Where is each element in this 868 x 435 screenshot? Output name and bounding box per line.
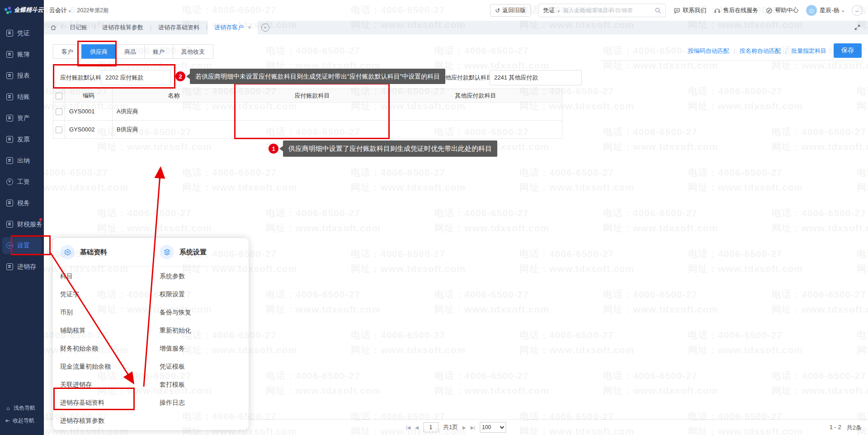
contact-us-link[interactable]: 联系我们 <box>674 6 706 14</box>
menu-item-备份与恢复[interactable]: 备份与恢复 <box>160 303 250 321</box>
sidebar-item-ledger[interactable]: 账簿 <box>0 44 44 65</box>
tab-3[interactable]: 进销存基础资料 <box>152 21 206 34</box>
callout-badge-1: 1 <box>269 144 278 154</box>
user-menu[interactable]: 星辰-杨 <box>806 5 844 16</box>
menu-item-权限设置[interactable]: 权限设置 <box>160 285 250 303</box>
tab-1[interactable]: 日记账 <box>63 21 94 34</box>
menu-item-增值服务[interactable]: 增值服务 <box>160 339 250 357</box>
other-account-cell[interactable] <box>389 103 562 121</box>
sidebar-item-label: 报表 <box>17 72 30 80</box>
menu-item-凭证模板[interactable]: 凭证模板 <box>160 357 250 375</box>
headset-icon <box>714 7 721 14</box>
tab-2[interactable]: 进销存核算参数 <box>96 21 150 34</box>
tab-4[interactable]: 进销存客户 <box>208 21 258 34</box>
menu-item-进销存基础资料[interactable]: 进销存基础资料 <box>60 393 151 412</box>
column-header: 其他应付款科目 <box>389 89 562 103</box>
ap-account-cell[interactable] <box>236 103 389 121</box>
record-range: 1 - 2 <box>830 424 841 432</box>
sidebar-item-label: 出纳 <box>17 157 30 165</box>
toolbar-link-3[interactable]: 批量指定科目 <box>791 47 826 54</box>
sidebar-item-cashier[interactable]: 出纳 <box>0 150 44 171</box>
voucher-icon <box>6 30 13 37</box>
menu-item-进销存核算参数[interactable]: 进销存核算参数 <box>60 412 151 430</box>
sidebar-item-label: 设置 <box>17 242 30 250</box>
sidebar-item-settings[interactable]: 设置 <box>0 235 44 256</box>
fullscreen-icon[interactable] <box>854 24 861 33</box>
menu-item-套打模板[interactable]: 套打模板 <box>160 375 250 393</box>
collapse-header-icon[interactable] <box>852 5 863 16</box>
prev-page-button[interactable] <box>415 425 419 430</box>
sidebar-item-closing[interactable]: 结账 <box>0 86 44 108</box>
menu-item-凭证字[interactable]: 凭证字 <box>60 285 151 303</box>
sidebar-item-inventory[interactable]: 进销存 <box>0 256 44 277</box>
search-category[interactable]: 凭证 <box>543 6 555 14</box>
subtab-账户[interactable]: 账户 <box>144 44 173 59</box>
menu-item-关联进销存[interactable]: 关联进销存 <box>60 375 151 393</box>
help-center-link[interactable]: 帮助中心 <box>766 6 798 14</box>
menu-item-list: 科目凭证字币别辅助核算财务初始余额现金流量初始余额关联进销存进销存基础资料进销存… <box>60 267 151 430</box>
search-icon[interactable] <box>655 7 661 14</box>
back-to-old-version-button[interactable]: 返回旧版 <box>490 4 531 17</box>
tab-separator <box>207 25 207 30</box>
row-checkbox[interactable] <box>56 108 62 115</box>
light-nav-toggle[interactable]: 浅色导航 <box>0 402 44 414</box>
table-row: GYS0002B供应商 <box>53 121 562 139</box>
accounting-period[interactable]: 2022年第2期 <box>77 7 108 14</box>
page-number-input[interactable] <box>423 422 439 432</box>
next-page-button[interactable] <box>462 425 466 430</box>
callout-1: 1 供应商明细中设置了应付账款科目则生成凭证时优先带出此处的科目 <box>269 140 497 157</box>
ap-default-account-input[interactable]: 2202 应付账款 <box>101 70 171 85</box>
sidebar-item-salary[interactable]: 工资 <box>0 171 44 192</box>
after-sales-service-link[interactable]: 售后在线服务 <box>714 6 758 14</box>
page-size-select[interactable]: 100 <box>480 422 506 433</box>
sidebar-item-asset[interactable]: 资产 <box>0 108 44 129</box>
menu-item-现金流量初始余额[interactable]: 现金流量初始余额 <box>60 357 151 375</box>
tab-label: 进销存基础资料 <box>158 24 199 31</box>
first-page-button[interactable] <box>406 425 410 430</box>
toolbar-link-2[interactable]: 按名称自动匹配 <box>740 47 781 54</box>
menu-item-重新初始化[interactable]: 重新初始化 <box>160 321 250 339</box>
sidebar-item-label: 财税服务 <box>17 220 42 229</box>
menu-item-辅助核算[interactable]: 辅助核算 <box>60 321 151 339</box>
menu-item-财务初始余额[interactable]: 财务初始余额 <box>60 339 151 357</box>
subtab-供应商[interactable]: 供应商 <box>81 44 116 59</box>
subtab-其他收支[interactable]: 其他收支 <box>173 44 213 59</box>
home-tab-icon[interactable] <box>50 24 57 31</box>
sidebar-item-label: 发票 <box>17 136 30 144</box>
sidebar-item-tax[interactable]: 税务 <box>0 192 44 214</box>
sidebar-item-report[interactable]: 报表 <box>0 65 44 86</box>
chevron-down-icon <box>557 6 560 14</box>
menu-item-系统参数[interactable]: 系统参数 <box>160 267 250 285</box>
supplier-table: 编码名称应付账款科目其他应付款科目 GYS0001A供应商GYS0002B供应商 <box>53 89 562 139</box>
menu-item-币别[interactable]: 币别 <box>60 303 151 321</box>
sidebar-item-invoice[interactable]: 发票 <box>0 129 44 150</box>
row-checkbox[interactable] <box>56 126 62 133</box>
product-switcher[interactable]: 云会计 <box>49 6 71 14</box>
select-all-checkbox[interactable] <box>56 93 62 99</box>
collapse-nav-button[interactable]: 收起导航 <box>0 414 44 427</box>
salary-icon <box>6 178 13 185</box>
subtab-商品[interactable]: 商品 <box>116 44 145 59</box>
other-account-cell[interactable] <box>389 121 562 139</box>
last-page-button[interactable] <box>471 425 475 430</box>
menu-item-科目[interactable]: 科目 <box>60 267 151 285</box>
name-cell: A供应商 <box>113 103 236 121</box>
chevron-down-icon <box>842 7 844 14</box>
sidebar-item-label: 账簿 <box>17 51 30 59</box>
menu-section-2: 系统设置系统参数权限设置备份与恢复重新初始化增值服务凭证模板套打模板操作日志 <box>160 243 250 412</box>
open-tabs: 日记账进销存核算参数进销存基础资料进销存客户 <box>63 21 258 34</box>
menu-item-操作日志[interactable]: 操作日志 <box>160 393 250 412</box>
tabs-dropdown-icon[interactable] <box>261 23 269 32</box>
sidebar-item-finance-service[interactable]: 财税服务 <box>0 214 44 235</box>
toolbar-link-1[interactable]: 按编码自动匹配 <box>688 47 729 54</box>
menu-section-header: 系统设置 <box>160 243 250 261</box>
tab-separator <box>94 25 95 30</box>
close-tab-icon[interactable] <box>248 21 251 34</box>
search-input[interactable] <box>562 7 652 14</box>
ap-account-cell[interactable] <box>236 121 389 139</box>
subtab-客户[interactable]: 客户 <box>53 44 82 59</box>
other-payable-default-account-input[interactable]: 2241 其他应付款 <box>490 70 582 85</box>
sidebar-item-voucher[interactable]: 凭证 <box>0 23 44 44</box>
global-search[interactable]: 凭证 <box>538 4 666 17</box>
save-button[interactable]: 保存 <box>834 43 862 58</box>
